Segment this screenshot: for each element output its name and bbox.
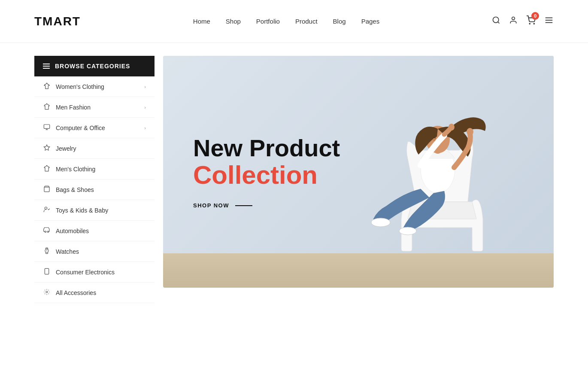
svg-point-21 [371, 218, 390, 227]
sidebar-item-mens-clothing[interactable]: Men's Clothing [34, 159, 155, 179]
sidebar-item-computer-office[interactable]: Computer & Office › [34, 118, 155, 138]
sidebar-header: BROWSE CATEGORIES [34, 56, 155, 76]
svg-point-28 [449, 124, 455, 131]
svg-point-13 [45, 207, 47, 209]
hero-cta-line [235, 205, 252, 206]
svg-point-4 [533, 23, 534, 24]
sidebar-item-men-fashion[interactable]: Men Fashion › [34, 97, 155, 118]
svg-point-15 [47, 231, 48, 232]
menu-lines-icon [43, 64, 50, 69]
accessories-icon [43, 289, 51, 297]
sidebar-item-bags-shoes[interactable]: Bags & Shoes [34, 179, 155, 200]
svg-point-3 [529, 23, 530, 24]
nav-portfolio[interactable]: Portfolio [256, 18, 280, 25]
chevron-right-icon: › [144, 84, 146, 89]
sidebar-item-label: Toys & Kids & Baby [56, 207, 108, 214]
sidebar-item-automobiles[interactable]: Automobiles [34, 221, 155, 241]
hero-banner: New Product Collection SHOP NOW [163, 56, 554, 288]
sidebar-item-womens-clothing[interactable]: Women's Clothing › [34, 76, 155, 97]
header-icons: 0 [492, 15, 554, 27]
site-header: TMART Home Shop Portfolio Product Blog P… [0, 0, 588, 43]
jewelry-icon [43, 144, 51, 152]
svg-point-14 [45, 231, 46, 232]
svg-point-0 [493, 17, 498, 23]
sidebar-item-label: All Accessories [56, 289, 96, 296]
watches-icon [43, 247, 51, 255]
chevron-right-icon: › [144, 105, 146, 110]
cart-badge: 0 [531, 12, 539, 20]
svg-rect-8 [44, 125, 49, 128]
hero-content: New Product Collection SHOP NOW [163, 109, 370, 235]
sidebar-item-jewelry[interactable]: Jewelry [34, 138, 155, 159]
sidebar-item-label: Consumer Electronics [56, 269, 115, 276]
sidebar-item-label: Watches [56, 248, 79, 255]
sidebar: BROWSE CATEGORIES Women's Clothing › Men… [34, 56, 155, 303]
cart-icon[interactable]: 0 [526, 15, 536, 27]
electronics-icon [43, 268, 51, 276]
svg-point-27 [467, 128, 473, 136]
sidebar-item-label: Jewelry [56, 145, 76, 152]
svg-point-19 [46, 291, 48, 293]
sidebar-item-label: Men's Clothing [56, 166, 95, 173]
chevron-right-icon: › [144, 125, 146, 131]
sidebar-item-toys-kids-baby[interactable]: Toys & Kids & Baby [34, 200, 155, 221]
main-content: BROWSE CATEGORIES Women's Clothing › Men… [0, 43, 588, 303]
user-icon[interactable] [509, 16, 518, 27]
main-nav: Home Shop Portfolio Product Blog Pages [193, 18, 379, 25]
nav-home[interactable]: Home [193, 18, 210, 25]
nav-shop[interactable]: Shop [226, 18, 241, 25]
sidebar-item-all-accessories[interactable]: All Accessories [34, 283, 155, 303]
nav-product[interactable]: Product [295, 18, 318, 25]
svg-point-2 [512, 17, 515, 20]
toys-icon [43, 206, 51, 214]
sidebar-header-label: BROWSE CATEGORIES [55, 63, 130, 70]
hero-title-line2: Collection [193, 161, 340, 189]
site-logo[interactable]: TMART [34, 15, 81, 28]
sidebar-item-label: Bags & Shoes [56, 186, 94, 193]
sidebar-item-label: Computer & Office [56, 125, 105, 131]
mens-clothing-icon [43, 165, 51, 173]
sidebar-item-watches[interactable]: Watches [34, 241, 155, 262]
nav-pages[interactable]: Pages [361, 18, 380, 25]
svg-line-1 [498, 22, 500, 24]
men-fashion-icon [43, 103, 51, 111]
hero-cta-button[interactable]: SHOP NOW [193, 202, 340, 209]
search-icon[interactable] [492, 16, 500, 27]
sidebar-item-label: Women's Clothing [56, 83, 104, 90]
menu-icon[interactable] [544, 15, 554, 27]
svg-rect-17 [45, 268, 48, 274]
womens-clothing-icon [43, 82, 51, 91]
automobiles-icon [43, 227, 51, 235]
computer-icon [43, 124, 51, 132]
bags-icon [43, 185, 51, 194]
svg-marker-11 [44, 145, 49, 150]
hero-cta-label: SHOP NOW [193, 202, 229, 209]
sidebar-item-consumer-electronics[interactable]: Consumer Electronics [34, 262, 155, 283]
hero-title-line1: New Product [193, 135, 340, 161]
sidebar-item-label: Automobiles [56, 228, 89, 234]
sidebar-item-label: Men Fashion [56, 104, 91, 111]
nav-blog[interactable]: Blog [333, 18, 346, 25]
svg-point-22 [399, 227, 416, 235]
